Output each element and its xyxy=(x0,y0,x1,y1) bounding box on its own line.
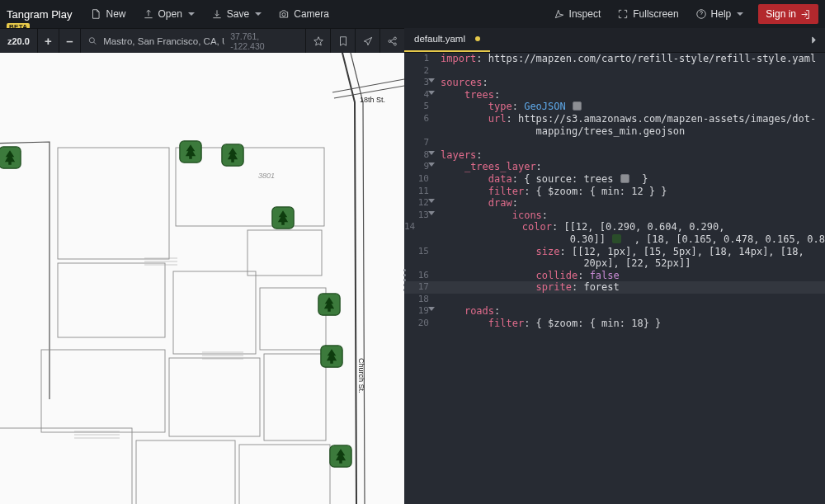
chevron-down-icon xyxy=(255,12,262,16)
svg-rect-16 xyxy=(136,440,235,504)
upload-icon xyxy=(143,8,154,20)
sign-in-label: Sign in xyxy=(766,8,796,20)
locate-button[interactable] xyxy=(355,29,380,54)
open-button[interactable]: Open xyxy=(134,0,203,28)
tree-marker xyxy=(329,445,352,468)
code-line[interactable]: 2 xyxy=(404,65,825,78)
collapse-editor-button[interactable] xyxy=(805,31,822,48)
tree-marker xyxy=(318,293,341,316)
house-number: 3801 xyxy=(258,172,275,180)
tree-icon xyxy=(179,140,202,163)
star-icon xyxy=(313,35,324,47)
code-line[interactable]: 7 xyxy=(404,137,825,149)
inspect-label: Inspect xyxy=(569,8,601,20)
editor-panel: default.yaml 1import: https://mapzen.com… xyxy=(404,28,825,504)
code-line[interactable]: 10 data: { source: trees } xyxy=(404,173,825,186)
code-line[interactable]: 6 url: https://s3.amazonaws.com/mapzen-a… xyxy=(404,113,825,137)
tree-icon xyxy=(320,345,343,368)
zoom-in-button[interactable]: + xyxy=(37,29,59,54)
svg-point-2 xyxy=(89,38,94,43)
sign-in-button[interactable]: Sign in xyxy=(758,4,818,24)
app-brand: Tangram Play BETA xyxy=(7,8,72,21)
editor-tab-bar: default.yaml xyxy=(404,28,825,53)
share-button[interactable] xyxy=(380,29,404,54)
tree-icon xyxy=(271,206,295,229)
new-button[interactable]: New xyxy=(82,0,134,28)
camera-button[interactable]: Camera xyxy=(270,0,337,28)
tree-marker xyxy=(179,140,202,163)
svg-point-4 xyxy=(394,37,396,40)
tree-marker xyxy=(320,345,343,368)
chevron-down-icon xyxy=(188,12,195,16)
location-bar: z20.0 + – 37.761, -122.430 xyxy=(0,28,404,53)
editor-tab[interactable]: default.yaml xyxy=(404,27,490,52)
code-line[interactable]: 19 roads: xyxy=(404,305,825,318)
code-line[interactable]: 12 draw: xyxy=(404,197,825,210)
favorite-button[interactable] xyxy=(305,29,330,54)
help-button[interactable]: Help xyxy=(687,0,752,28)
code-line[interactable]: 5 type: GeoJSON xyxy=(404,101,825,113)
svg-rect-12 xyxy=(41,350,165,432)
svg-point-0 xyxy=(282,13,285,16)
tree-marker xyxy=(0,146,21,169)
location-arrow-icon xyxy=(362,35,374,47)
code-line[interactable]: 20 filter: { $zoom: { min: 18} } xyxy=(404,318,825,330)
code-line[interactable]: 4 trees: xyxy=(404,89,825,101)
code-line[interactable]: 15 size: [[12, 1px], [15, 5px], [18, 14p… xyxy=(404,246,825,270)
new-label: New xyxy=(106,8,125,20)
search-icon xyxy=(87,35,97,46)
code-line[interactable]: 9 _trees_layer: xyxy=(404,161,825,173)
map-svg: 18th St. Church St. 3801 xyxy=(0,53,404,504)
tree-marker xyxy=(221,144,244,167)
tree-icon xyxy=(0,146,21,169)
tab-filename: default.yaml xyxy=(414,34,465,44)
svg-point-5 xyxy=(394,43,396,45)
code-line[interactable]: 3sources: xyxy=(404,77,825,89)
code-line[interactable]: 13 icons: xyxy=(404,210,825,222)
map-canvas[interactable]: 18th St. Church St. 3801 xyxy=(0,53,404,504)
svg-rect-6 xyxy=(58,148,169,259)
help-icon xyxy=(695,8,707,20)
chevron-down-icon xyxy=(737,12,743,16)
code-line[interactable]: 17 sprite: forest xyxy=(404,281,825,294)
app-title: Tangram Play xyxy=(7,8,72,21)
share-icon xyxy=(387,35,398,47)
chevron-right-icon xyxy=(810,36,818,44)
search-box[interactable]: 37.761, -122.430 xyxy=(80,29,305,54)
code-line[interactable]: 16 collide: false xyxy=(404,270,825,282)
code-line[interactable]: 8layers: xyxy=(404,149,825,162)
file-icon xyxy=(90,8,101,20)
svg-rect-14 xyxy=(264,354,326,440)
search-input[interactable] xyxy=(103,36,224,46)
inspect-icon xyxy=(554,8,565,20)
fullscreen-button[interactable]: Fullscreen xyxy=(609,0,686,28)
save-label: Save xyxy=(227,8,249,20)
zoom-out-button[interactable]: – xyxy=(59,29,80,54)
bookmark-icon xyxy=(337,35,349,47)
code-line[interactable]: 1import: https://mapzen.com/carto/refill… xyxy=(404,53,825,65)
coords-label: 37.761, -122.430 xyxy=(230,31,299,51)
svg-rect-17 xyxy=(239,445,330,504)
inspect-button[interactable]: Inspect xyxy=(545,0,610,28)
camera-label: Camera xyxy=(294,8,329,20)
street-label-18th: 18th St. xyxy=(360,96,385,104)
code-line[interactable]: 14 color: [[12, [0.290, 0.604, 0.290, 0.… xyxy=(404,221,825,245)
svg-rect-9 xyxy=(58,263,165,337)
svg-point-3 xyxy=(389,40,391,42)
save-button[interactable]: Save xyxy=(203,0,270,28)
zoom-level: z20.0 xyxy=(0,36,37,46)
fullscreen-label: Fullscreen xyxy=(633,8,678,20)
tree-marker xyxy=(271,206,295,229)
top-menu-bar: Tangram Play BETA New Open Save Camera I… xyxy=(0,0,825,28)
svg-rect-10 xyxy=(173,271,256,354)
svg-rect-11 xyxy=(260,288,326,350)
code-line[interactable]: 11 filter: { $zoom: { min: 12 } } xyxy=(404,186,825,198)
signin-icon xyxy=(800,9,811,20)
code-editor[interactable]: 1import: https://mapzen.com/carto/refill… xyxy=(404,53,825,504)
tree-icon xyxy=(221,144,244,167)
main-split: z20.0 + – 37.761, -122.430 xyxy=(0,28,825,504)
download-icon xyxy=(211,8,223,20)
code-line[interactable]: 18 xyxy=(404,294,825,306)
bookmark-button[interactable] xyxy=(330,29,355,54)
open-label: Open xyxy=(158,8,182,20)
